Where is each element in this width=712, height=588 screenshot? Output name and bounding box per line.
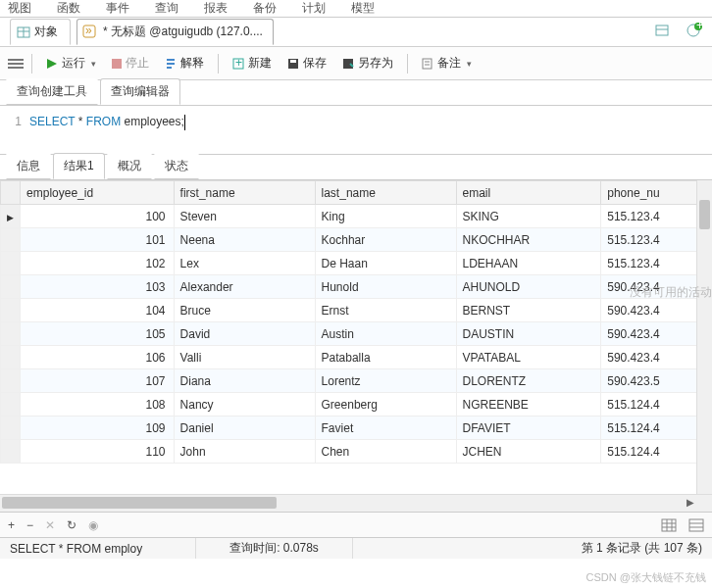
cell-last-name[interactable]: Chen	[315, 440, 456, 464]
menu-backup[interactable]: 备份	[253, 0, 277, 17]
refresh-button[interactable]: ↻	[67, 518, 76, 532]
cell-first-name[interactable]: Daniel	[174, 416, 315, 440]
table-row[interactable]: 100StevenKingSKING515.123.4	[1, 205, 712, 228]
table-row[interactable]: 110JohnChenJCHEN515.124.4	[1, 440, 712, 464]
run-button[interactable]: 运行▾	[40, 52, 102, 74]
cell-email[interactable]: DLORENTZ	[456, 369, 601, 393]
cell-employee-id[interactable]: 102	[21, 252, 175, 275]
vertical-scrollbar[interactable]	[696, 180, 712, 494]
code-line[interactable]: SELECT * FROM employees;	[29, 112, 712, 148]
table-row[interactable]: 102LexDe HaanLDEHAAN515.123.4	[1, 252, 712, 275]
add-row-button[interactable]: +	[8, 518, 15, 532]
cell-first-name[interactable]: Diana	[174, 369, 315, 393]
cell-first-name[interactable]: Bruce	[174, 299, 315, 322]
table-row[interactable]: 109DanielFavietDFAVIET515.124.4	[1, 416, 712, 440]
menu-query[interactable]: 查询	[155, 0, 178, 17]
col-first-name[interactable]: first_name	[174, 181, 315, 205]
cell-email[interactable]: JCHEN	[456, 440, 601, 464]
form-view-icon[interactable]	[688, 518, 704, 532]
save-as-button[interactable]: 另存为	[336, 52, 399, 74]
tab-status[interactable]: 状态	[154, 153, 199, 179]
new-button[interactable]: + 新建	[227, 52, 278, 74]
cell-employee-id[interactable]: 104	[21, 299, 175, 322]
cell-employee-id[interactable]: 106	[21, 346, 175, 369]
cell-first-name[interactable]: Valli	[174, 346, 315, 369]
cell-phone[interactable]: 515.123.4	[601, 228, 712, 252]
cell-first-name[interactable]: Lex	[174, 252, 315, 275]
cell-phone[interactable]: 590.423.4	[601, 346, 712, 369]
stop-button[interactable]: 停止	[106, 52, 155, 74]
menu-model[interactable]: 模型	[351, 0, 375, 17]
cell-phone[interactable]: 515.124.4	[601, 393, 712, 416]
cell-phone[interactable]: 515.124.4	[601, 440, 712, 464]
col-employee-id[interactable]: employee_id	[21, 181, 175, 205]
cell-employee-id[interactable]: 105	[21, 322, 175, 346]
cell-email[interactable]: BERNST	[456, 299, 601, 322]
cell-first-name[interactable]: Alexander	[174, 275, 315, 299]
cell-employee-id[interactable]: 108	[21, 393, 175, 416]
menu-event[interactable]: 事件	[106, 0, 129, 17]
grid-view-icon[interactable]	[661, 518, 677, 532]
cell-last-name[interactable]: Lorentz	[315, 369, 456, 393]
cell-last-name[interactable]: King	[315, 205, 456, 228]
tab-objects[interactable]: 对象	[10, 19, 71, 45]
menu-fn[interactable]: 函数	[57, 0, 80, 17]
cell-phone[interactable]: 515.123.4	[601, 252, 712, 275]
cell-employee-id[interactable]: 100	[21, 205, 175, 228]
col-last-name[interactable]: last_name	[315, 181, 456, 205]
cell-last-name[interactable]: De Haan	[315, 252, 456, 275]
cell-employee-id[interactable]: 110	[21, 440, 175, 464]
cell-employee-id[interactable]: 101	[21, 228, 175, 252]
tab-profile[interactable]: 概况	[107, 153, 152, 179]
table-row[interactable]: 108NancyGreenbergNGREENBE515.124.4	[1, 393, 712, 416]
cell-last-name[interactable]: Kochhar	[315, 228, 456, 252]
cell-first-name[interactable]: Neena	[174, 228, 315, 252]
table-row[interactable]: 104BruceErnstBERNST590.423.4	[1, 299, 712, 322]
scroll-thumb[interactable]	[699, 200, 710, 229]
hamburger-icon[interactable]	[8, 57, 24, 71]
cell-employee-id[interactable]: 107	[21, 369, 175, 393]
tab-query-builder[interactable]: 查询创建工具	[6, 78, 98, 105]
col-email[interactable]: email	[456, 181, 601, 205]
cell-phone[interactable]: 515.123.4	[601, 205, 712, 228]
cell-first-name[interactable]: John	[174, 440, 315, 464]
new-query-icon[interactable]: +	[687, 23, 702, 38]
cell-first-name[interactable]: Steven	[174, 205, 315, 228]
menu-view[interactable]: 视图	[8, 0, 31, 17]
cell-last-name[interactable]: Ernst	[315, 299, 456, 322]
cell-first-name[interactable]: Nancy	[174, 393, 315, 416]
tab-info[interactable]: 信息	[6, 153, 51, 179]
cell-email[interactable]: AHUNOLD	[456, 275, 601, 299]
save-button[interactable]: 保存	[281, 52, 332, 74]
sql-editor[interactable]: 1 SELECT * FROM employees;	[0, 106, 712, 155]
cell-phone[interactable]: 590.423.4	[601, 299, 712, 322]
scroll-right-icon[interactable]: ▶	[687, 497, 694, 508]
cell-email[interactable]: NKOCHHAR	[456, 228, 601, 252]
table-row[interactable]: 101NeenaKochharNKOCHHAR515.123.4	[1, 228, 712, 252]
cell-email[interactable]: NGREENBE	[456, 393, 601, 416]
table-row[interactable]: 106ValliPataballaVPATABAL590.423.4	[1, 346, 712, 369]
tab-query-editor[interactable]: 查询编辑器	[100, 78, 180, 105]
table-row[interactable]: 105DavidAustinDAUSTIN590.423.4	[1, 322, 712, 346]
cell-phone[interactable]: 590.423.4	[601, 322, 712, 346]
stop-fetch-button[interactable]: ◉	[88, 518, 98, 532]
cell-email[interactable]: LDEHAAN	[456, 252, 601, 275]
cell-employee-id[interactable]: 109	[21, 416, 175, 440]
cell-email[interactable]: SKING	[456, 205, 601, 228]
cancel-edit-button[interactable]: ✕	[45, 518, 55, 532]
cell-email[interactable]: DFAVIET	[456, 416, 601, 440]
cell-phone[interactable]: 590.423.5	[601, 369, 712, 393]
cell-email[interactable]: VPATABAL	[456, 346, 601, 369]
cell-last-name[interactable]: Faviet	[315, 416, 456, 440]
explain-button[interactable]: 解释	[159, 52, 210, 74]
table-row[interactable]: 103AlexanderHunoldAHUNOLD590.423.4	[1, 275, 712, 299]
menu-report[interactable]: 报表	[204, 0, 228, 17]
cell-last-name[interactable]: Austin	[315, 322, 456, 346]
delete-row-button[interactable]: −	[26, 518, 33, 532]
menu-plan[interactable]: 计划	[302, 0, 326, 17]
cell-last-name[interactable]: Hunold	[315, 275, 456, 299]
hscroll-thumb[interactable]	[2, 497, 277, 509]
col-phone[interactable]: phone_nu	[601, 181, 712, 205]
note-button[interactable]: 备注▾	[416, 52, 478, 74]
cell-phone[interactable]: 515.124.4	[601, 416, 712, 440]
